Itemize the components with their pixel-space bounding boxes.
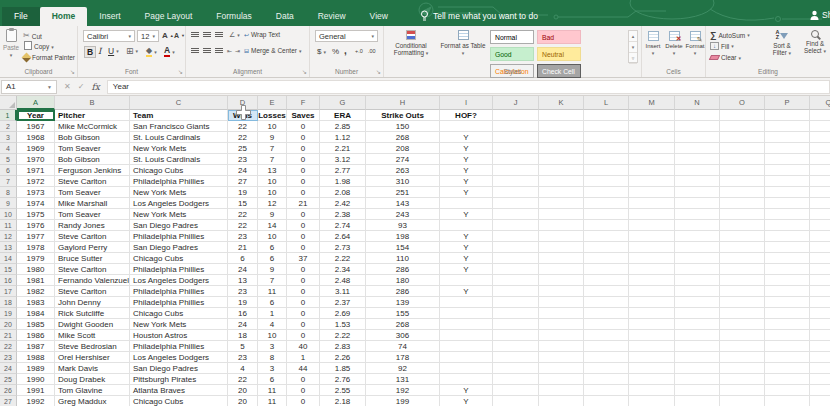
cell-H22[interactable]: 74 (366, 341, 440, 352)
cell-B21[interactable]: Mike Scott (55, 330, 130, 341)
cell-Q10[interactable] (810, 209, 830, 220)
cell-G12[interactable]: 2.64 (320, 231, 366, 242)
column-header-N[interactable]: N (675, 96, 720, 110)
cell-B26[interactable]: Tom Glavine (55, 385, 130, 396)
cell-A23[interactable]: 1988 (17, 352, 55, 363)
cell-F16[interactable]: 0 (287, 275, 320, 286)
cell-O18[interactable] (720, 297, 765, 308)
cell-P2[interactable] (765, 121, 810, 132)
cell-P9[interactable] (765, 198, 810, 209)
cell-I17[interactable]: Y (440, 286, 493, 297)
cell-K17[interactable] (539, 286, 584, 297)
column-header-K[interactable]: K (539, 96, 584, 110)
cell-B18[interactable]: John Denny (55, 297, 130, 308)
cell-H8[interactable]: 251 (366, 187, 440, 198)
cell-Q14[interactable] (810, 253, 830, 264)
cell-M1[interactable] (629, 110, 675, 121)
cell-O2[interactable] (720, 121, 765, 132)
cell-H16[interactable]: 180 (366, 275, 440, 286)
cell-Q8[interactable] (810, 187, 830, 198)
cell-I16[interactable] (440, 275, 493, 286)
cell-A22[interactable]: 1987 (17, 341, 55, 352)
row-header-15[interactable]: 15 (0, 264, 17, 275)
cell-F2[interactable]: 0 (287, 121, 320, 132)
align-bottom-icon[interactable] (215, 32, 223, 37)
cell-G9[interactable]: 2.42 (320, 198, 366, 209)
fill-color-button[interactable]: ◆▾ (146, 46, 157, 57)
cancel-entry-icon[interactable]: ✕ (64, 82, 71, 91)
row-header-21[interactable]: 21 (0, 330, 17, 341)
cell-J20[interactable] (493, 319, 539, 330)
sort-filter-button[interactable]: AZ Sort & Filter ▾ (766, 30, 798, 57)
cell-B19[interactable]: Rick Sutcliffe (55, 308, 130, 319)
cell-C23[interactable]: Los Angeles Dodgers (130, 352, 228, 363)
cell-J17[interactable] (493, 286, 539, 297)
cell-L14[interactable] (584, 253, 629, 264)
cell-K25[interactable] (539, 374, 584, 385)
cell-C10[interactable]: New York Mets (130, 209, 228, 220)
cell-D6[interactable]: 24 (228, 165, 258, 176)
cell-J16[interactable] (493, 275, 539, 286)
row-header-10[interactable]: 10 (0, 209, 17, 220)
cell-P21[interactable] (765, 330, 810, 341)
cell-E7[interactable]: 10 (258, 176, 287, 187)
cell-H18[interactable]: 139 (366, 297, 440, 308)
cell-N26[interactable] (675, 385, 720, 396)
cell-E11[interactable]: 14 (258, 220, 287, 231)
cell-L4[interactable] (584, 143, 629, 154)
tell-me-box[interactable]: Tell me what you want to do (420, 10, 538, 22)
cell-G7[interactable]: 1.98 (320, 176, 366, 187)
cell-E10[interactable]: 9 (258, 209, 287, 220)
cell-N7[interactable] (675, 176, 720, 187)
cell-F13[interactable]: 0 (287, 242, 320, 253)
cell-K26[interactable] (539, 385, 584, 396)
cell-O17[interactable] (720, 286, 765, 297)
cell-P15[interactable] (765, 264, 810, 275)
cell-C2[interactable]: San Francisco Giants (130, 121, 228, 132)
cell-B16[interactable]: Fernando Valenzuela (55, 275, 130, 286)
cell-I5[interactable]: Y (440, 154, 493, 165)
cell-P6[interactable] (765, 165, 810, 176)
format-as-table-button[interactable]: Format as Table ▾ (440, 30, 486, 57)
cell-K2[interactable] (539, 121, 584, 132)
cell-O7[interactable] (720, 176, 765, 187)
cell-E6[interactable]: 13 (258, 165, 287, 176)
cell-L3[interactable] (584, 132, 629, 143)
cell-C26[interactable]: Atlanta Braves (130, 385, 228, 396)
cell-J6[interactable] (493, 165, 539, 176)
underline-button[interactable]: U▾ (108, 46, 119, 56)
cell-H6[interactable]: 263 (366, 165, 440, 176)
cell-O6[interactable] (720, 165, 765, 176)
cell-M19[interactable] (629, 308, 675, 319)
cell-Q19[interactable] (810, 308, 830, 319)
cell-L16[interactable] (584, 275, 629, 286)
cell-P19[interactable] (765, 308, 810, 319)
cell-H10[interactable]: 243 (366, 209, 440, 220)
cell-D12[interactable]: 23 (228, 231, 258, 242)
cell-H4[interactable]: 208 (366, 143, 440, 154)
cell-L18[interactable] (584, 297, 629, 308)
cell-A17[interactable]: 1982 (17, 286, 55, 297)
cell-I1[interactable]: HOF? (440, 110, 493, 121)
cell-F22[interactable]: 40 (287, 341, 320, 352)
cell-P27[interactable] (765, 396, 810, 406)
cell-G13[interactable]: 2.73 (320, 242, 366, 253)
cell-A14[interactable]: 1979 (17, 253, 55, 264)
cell-I23[interactable] (440, 352, 493, 363)
tab-page-layout[interactable]: Page Layout (133, 7, 205, 26)
insert-cells-button[interactable]: Insert▾ (643, 31, 663, 57)
select-all-corner[interactable] (0, 96, 17, 110)
cell-M22[interactable] (629, 341, 675, 352)
font-size-select[interactable]: 12▾ (137, 30, 159, 42)
cell-G3[interactable]: 1.12 (320, 132, 366, 143)
cell-F1[interactable]: Saves (287, 110, 320, 121)
cell-N10[interactable] (675, 209, 720, 220)
cell-Q7[interactable] (810, 176, 830, 187)
cell-E25[interactable]: 6 (258, 374, 287, 385)
cell-I14[interactable]: Y (440, 253, 493, 264)
cell-L11[interactable] (584, 220, 629, 231)
cell-F21[interactable]: 0 (287, 330, 320, 341)
cell-L20[interactable] (584, 319, 629, 330)
cell-G24[interactable]: 1.85 (320, 363, 366, 374)
cell-D16[interactable]: 13 (228, 275, 258, 286)
